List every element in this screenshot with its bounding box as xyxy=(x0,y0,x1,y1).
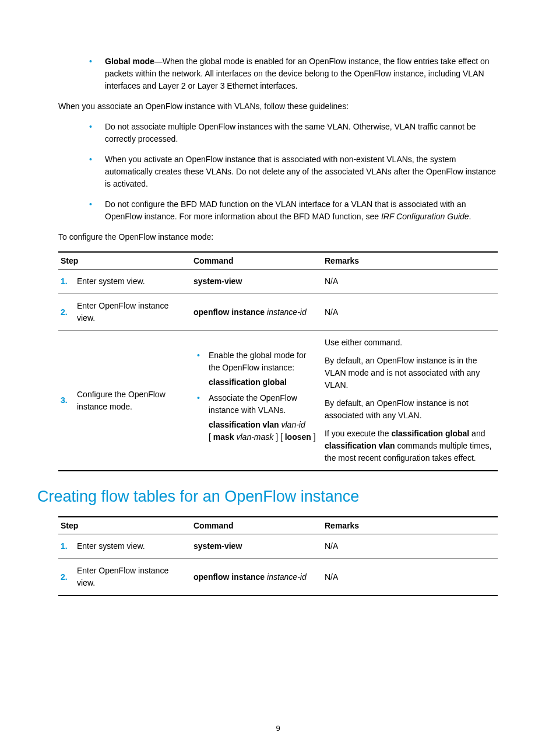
table-header-row: Step Command Remarks xyxy=(58,252,498,270)
flow-tables-table: Step Command Remarks 1. Enter system vie… xyxy=(58,516,498,596)
command-header: Command xyxy=(191,517,322,534)
mode-bullet-list: Global mode—When the global mode is enab… xyxy=(58,55,498,92)
guideline-suffix: . xyxy=(469,212,471,221)
command-bullet-text: Associate the OpenFlow instance with VLA… xyxy=(209,392,318,416)
table-row: 1. Enter system view. system-view N/A xyxy=(58,270,498,294)
command-cell: system-view xyxy=(191,534,322,559)
command-bold: loosen xyxy=(285,432,311,442)
command-cell: openflow instance instance-id xyxy=(191,294,322,331)
remarks-bold: classification vlan xyxy=(325,441,395,450)
command-italic: vlan-mask xyxy=(236,432,273,442)
command-bullet: Enable the global mode for the OpenFlow … xyxy=(193,349,318,388)
command-text: system-view xyxy=(193,276,242,286)
step-number: 1. xyxy=(58,270,75,294)
bracket: ] xyxy=(311,432,316,442)
command-header: Command xyxy=(191,252,322,270)
command-bold: openflow instance xyxy=(193,572,265,582)
global-mode-text: —When the global mode is enabled for an … xyxy=(105,57,490,90)
remarks-block: Use either command. By default, an OpenF… xyxy=(325,337,493,464)
step-desc: Enter system view. xyxy=(75,534,191,559)
guideline-item: Do not associate multiple OpenFlow insta… xyxy=(82,121,498,145)
command-text: system-view xyxy=(193,541,242,551)
config-intro: To configure the OpenFlow instance mode: xyxy=(58,231,498,243)
command-bold: mask xyxy=(213,432,234,442)
command-bullet-text: Enable the global mode for the OpenFlow … xyxy=(209,349,318,374)
guidelines-intro: When you associate an OpenFlow instance … xyxy=(58,100,498,113)
command-cell: Enable the global mode for the OpenFlow … xyxy=(191,331,322,471)
command-bold: openflow instance xyxy=(193,307,265,317)
global-mode-bullet: Global mode—When the global mode is enab… xyxy=(82,55,498,92)
command-italic: instance-id xyxy=(267,572,307,582)
remarks-cell: Use either command. By default, an OpenF… xyxy=(322,331,498,471)
command-italic: instance-id xyxy=(267,307,307,317)
remarks-header: Remarks xyxy=(322,252,498,270)
step-desc: Configure the OpenFlow instance mode. xyxy=(75,331,191,471)
remarks-text: and xyxy=(469,429,485,438)
table-row: 2. Enter OpenFlow instance view. openflo… xyxy=(58,559,498,596)
remarks-cell: N/A xyxy=(322,270,498,294)
remarks-cell: N/A xyxy=(322,559,498,596)
step-number: 2. xyxy=(58,559,75,596)
command-bullet-list: Enable the global mode for the OpenFlow … xyxy=(193,349,318,443)
remarks-cell: N/A xyxy=(322,294,498,331)
remarks-line: Use either command. xyxy=(325,337,493,349)
remarks-bold: classification global xyxy=(391,429,469,438)
command-cell: openflow instance instance-id xyxy=(191,559,322,596)
command-bullet: Associate the OpenFlow instance with VLA… xyxy=(193,392,318,443)
remarks-text: If you execute the xyxy=(325,429,391,438)
command-italic: vlan-id xyxy=(281,420,305,429)
step-number: 3. xyxy=(58,331,75,471)
remarks-line: By default, an OpenFlow instance is in t… xyxy=(325,355,493,391)
config-mode-table: Step Command Remarks 1. Enter system vie… xyxy=(58,251,498,471)
step-number: 1. xyxy=(58,534,75,559)
step-desc: Enter OpenFlow instance view. xyxy=(75,559,191,596)
table-header-row: Step Command Remarks xyxy=(58,517,498,534)
command-bold: classification vlan xyxy=(209,420,279,429)
command-bold: classification global xyxy=(209,377,287,387)
step-desc: Enter OpenFlow instance view. xyxy=(75,294,191,331)
remarks-line: By default, an OpenFlow instance is not … xyxy=(325,397,493,422)
command-cell: system-view xyxy=(191,270,322,294)
guideline-item: Do not configure the BFD MAD function on… xyxy=(82,198,498,223)
table-row: 2. Enter OpenFlow instance view. openflo… xyxy=(58,294,498,331)
table-row: 3. Configure the OpenFlow instance mode.… xyxy=(58,331,498,471)
table-row: 1. Enter system view. system-view N/A xyxy=(58,534,498,559)
guideline-item: When you activate an OpenFlow instance t… xyxy=(82,153,498,190)
remarks-line: If you execute the classification global… xyxy=(325,428,493,464)
page-number: 9 xyxy=(0,724,556,733)
step-number: 2. xyxy=(58,294,75,331)
step-header: Step xyxy=(58,517,191,534)
section-heading: Creating flow tables for an OpenFlow ins… xyxy=(37,488,498,506)
guideline-ref: IRF Configuration Guide xyxy=(381,212,469,221)
remarks-header: Remarks xyxy=(322,517,498,534)
global-mode-label: Global mode xyxy=(105,57,154,66)
step-header: Step xyxy=(58,252,191,270)
bracket: [ xyxy=(209,432,213,442)
remarks-cell: N/A xyxy=(322,534,498,559)
step-desc: Enter system view. xyxy=(75,270,191,294)
bracket: ] [ xyxy=(273,432,284,442)
guidelines-list: Do not associate multiple OpenFlow insta… xyxy=(58,121,498,223)
